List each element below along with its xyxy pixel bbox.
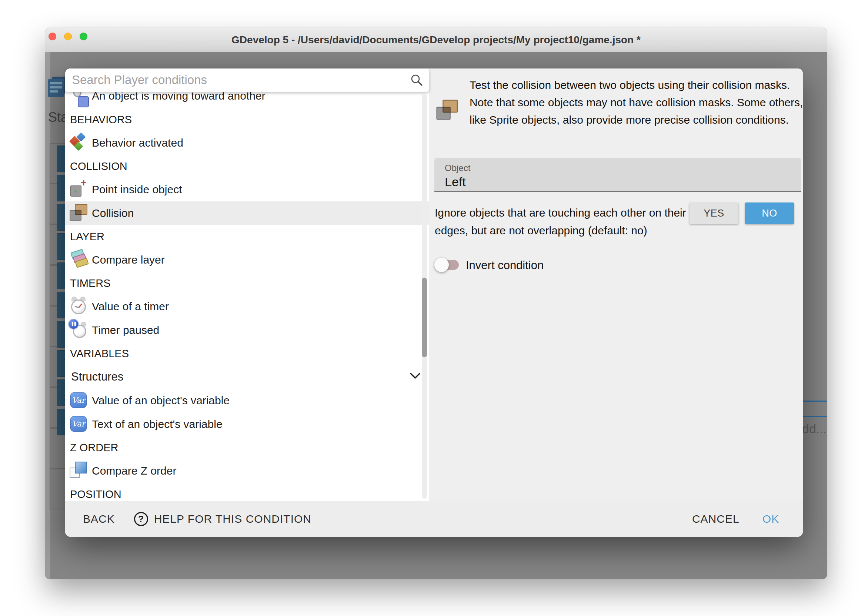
list-group-structures[interactable]: Structures [65,365,429,389]
list-section-header: COLLISION [65,155,429,178]
search-bar [65,69,429,92]
list-item[interactable]: ++ Point inside object [65,178,429,201]
event-outline [50,469,66,509]
help-button-label: HELP FOR THIS CONDITION [154,513,311,525]
conditions-list: An object is moving toward another BEHAV… [65,92,429,501]
toggle-knob [434,258,449,272]
back-button[interactable]: BACK [83,513,115,525]
window-title: GDevelop 5 - /Users/david/Documents/GDev… [45,28,827,52]
list-item[interactable]: Var Text of an object's variable [65,412,429,436]
list-section-header: POSITION [65,483,429,501]
list-item[interactable]: An object is moving toward another [65,92,429,108]
list-item-selected[interactable]: Collision [65,201,429,225]
choose-condition-dialog: An object is moving toward another BEHAV… [65,69,803,537]
list-section-header: LAYER [65,225,429,248]
no-button[interactable]: NO [745,203,794,224]
ignore-touching-label: Ignore objects that are touching each ot… [435,204,694,239]
behavior-icon [69,133,89,153]
list-item[interactable]: Behavior activated [65,131,429,155]
list-section-header: Z ORDER [65,436,429,459]
cancel-button[interactable]: CANCEL [692,513,739,525]
condition-detail-panel: Test the collision between two objects u… [429,69,803,501]
list-section-header: BEHAVIORS [65,108,429,131]
condition-description: Test the collision between two objects u… [470,76,810,129]
search-icon [410,74,423,88]
invert-condition-toggle[interactable] [434,255,464,275]
object-field[interactable]: Object Left [434,158,801,192]
variable-icon: Var [69,391,89,410]
truncated-add-text: dd... [802,422,827,436]
list-section-header: VARIABLES [65,342,429,365]
list-section-header: TIMERS [65,272,429,295]
list-item[interactable]: Value of a timer [65,295,429,318]
invert-condition-label: Invert condition [466,259,544,272]
z-order-icon [69,461,89,481]
list-item[interactable]: Var Value of an object's variable [65,389,429,412]
object-field-value: Left [445,175,466,189]
title-bar: GDevelop 5 - /Users/david/Documents/GDev… [45,28,827,52]
alarm-clock-icon [69,297,89,316]
chevron-down-icon[interactable] [410,372,421,381]
alarm-clock-paused-icon [69,320,89,340]
list-item[interactable]: Compare layer [65,248,429,272]
ok-button[interactable]: OK [763,513,779,525]
variable-icon: Var [69,414,89,434]
collision-icon [69,203,89,223]
list-scrollbar-thumb[interactable] [422,278,427,357]
list-item[interactable]: Timer paused [65,318,429,342]
object-field-label: Object [445,163,470,173]
list-item[interactable]: Compare Z order [65,459,429,483]
question-mark-circle-icon: ? [134,512,148,526]
dialog-footer: BACK ? HELP FOR THIS CONDITION CANCEL OK [65,501,803,537]
help-button[interactable]: ? HELP FOR THIS CONDITION [134,512,311,526]
search-input[interactable] [72,71,398,89]
point-inside-object-icon: ++ [69,179,89,200]
layers-icon [69,250,89,270]
yes-button[interactable]: YES [690,203,738,224]
